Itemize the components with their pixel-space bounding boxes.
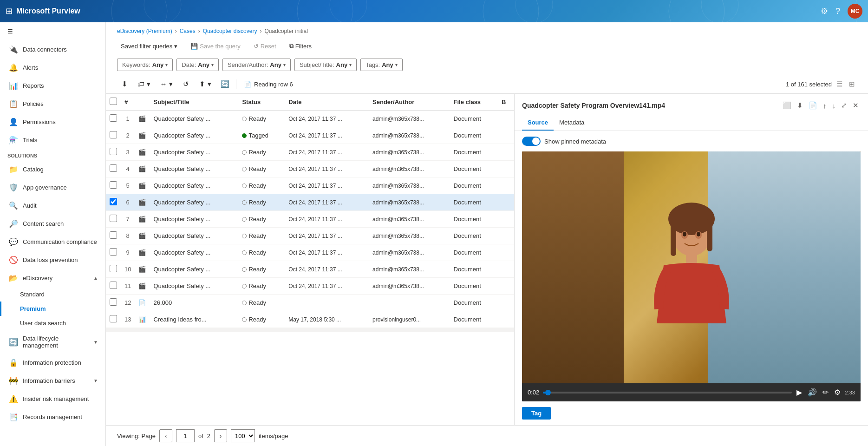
video-annotation-btn[interactable]: ✏ — [822, 387, 829, 398]
sidebar-item-user-data-search[interactable]: User data search — [0, 316, 105, 330]
breadcrumb-cases[interactable]: Cases — [180, 28, 196, 34]
row-title[interactable]: Quadcopter Safety ... — [150, 261, 238, 278]
row-checkbox[interactable] — [110, 315, 117, 322]
sidebar-item-data-loss[interactable]: 🚫 Data loss prevention — [0, 251, 105, 269]
sidebar-item-standard[interactable]: Standard — [0, 287, 105, 302]
preview-expand-btn[interactable]: ⤢ — [839, 99, 849, 112]
row-checkbox[interactable] — [110, 231, 117, 239]
export-action-btn[interactable]: ⬆ ▾ — [195, 77, 215, 92]
tab-source[interactable]: Source — [522, 115, 554, 131]
user-avatar[interactable]: MC — [848, 4, 862, 19]
sidebar-item-records[interactable]: 📑 Records management — [0, 408, 105, 426]
refresh-action-btn[interactable]: 🔄 — [217, 77, 232, 92]
col-fileclass[interactable]: File class — [450, 94, 498, 111]
table-row[interactable]: 11 🎬 Quadcopter Safety ... Ready Oct 24,… — [106, 278, 514, 295]
row-checkbox[interactable] — [110, 265, 117, 272]
col-status[interactable]: Status — [238, 94, 285, 111]
row-checkbox[interactable] — [110, 282, 117, 289]
preview-down-btn[interactable]: ↓ — [830, 99, 838, 112]
sidebar-item-info-protection[interactable]: 🔒 Information protection — [0, 354, 105, 372]
row-checkbox[interactable] — [110, 215, 117, 222]
table-row[interactable]: 2 🎬 Quadcopter Safety ... Tagged Oct 24,… — [106, 127, 514, 144]
row-checkbox[interactable] — [110, 248, 117, 256]
row-checkbox[interactable] — [110, 114, 117, 122]
tags-filter[interactable]: Tags: Any ▾ — [360, 59, 403, 71]
date-filter[interactable]: Date: Any ▾ — [176, 59, 219, 71]
row-checkbox[interactable] — [110, 164, 117, 172]
row-checkbox[interactable] — [110, 198, 117, 205]
table-row[interactable]: 7 🎬 Quadcopter Safety ... Ready Oct 24, … — [106, 211, 514, 228]
table-row[interactable]: 10 🎬 Quadcopter Safety ... Ready Oct 24,… — [106, 261, 514, 278]
video-volume-btn[interactable]: 🔊 — [807, 387, 818, 398]
next-page-btn[interactable]: › — [214, 429, 227, 442]
items-per-page-select[interactable]: 100 50 200 — [231, 429, 255, 442]
sidebar-item-audit[interactable]: 🔍 Audit — [0, 197, 105, 215]
row-title[interactable]: Quadcopter Safety ... — [150, 127, 238, 144]
sidebar-item-permissions[interactable]: 👤 Permissions — [0, 113, 105, 131]
breadcrumb-quadcopter-discovery[interactable]: Quadcopter discovery — [203, 28, 257, 34]
sidebar-item-premium[interactable]: Premium — [0, 302, 105, 316]
table-row[interactable]: 5 🎬 Quadcopter Safety ... Ready Oct 24, … — [106, 177, 514, 194]
row-title[interactable]: Creating Ideas fro... — [150, 311, 238, 328]
sidebar-item-data-connectors[interactable]: 🔌 Data connectors — [0, 40, 105, 59]
sidebar-item-alerts[interactable]: 🔔 Alerts — [0, 59, 105, 77]
sidebar-item-trials[interactable]: ⚗️ Trials — [0, 131, 105, 149]
table-row[interactable]: 9 🎬 Quadcopter Safety ... Ready Oct 24, … — [106, 244, 514, 261]
save-query-button[interactable]: 💾 Save the query — [187, 40, 244, 52]
preview-up-btn[interactable]: ↑ — [821, 99, 829, 112]
row-title[interactable]: Quadcopter Safety ... — [150, 161, 238, 177]
keywords-filter[interactable]: Keywords: Any ▾ — [117, 59, 173, 71]
sidebar-item-ediscovery[interactable]: 📂 eDiscovery ▲ — [0, 269, 105, 287]
arrow-action-btn[interactable]: ↔ ▾ — [156, 77, 176, 92]
table-row[interactable]: 1 🎬 Quadcopter Safety ... Ready Oct 24, … — [106, 111, 514, 127]
grid-view-btn[interactable]: ⊞ — [847, 78, 857, 90]
review-action-btn[interactable]: ↺ — [178, 77, 193, 92]
reset-button[interactable]: ↺ Reset — [250, 40, 280, 52]
tag-document-button[interactable]: Tag — [522, 407, 551, 420]
row-title[interactable]: Quadcopter Safety ... — [150, 228, 238, 244]
preview-close-btn[interactable]: ✕ — [851, 99, 861, 112]
pinned-metadata-switch[interactable] — [522, 137, 541, 146]
table-row[interactable]: 4 🎬 Quadcopter Safety ... Ready Oct 24, … — [106, 161, 514, 177]
row-title[interactable]: Quadcopter Safety ... — [150, 244, 238, 261]
download-icon-btn[interactable]: ⬇ — [117, 77, 132, 92]
saved-filter-queries-button[interactable]: Saved filter queries ▾ — [117, 40, 181, 52]
filters-button[interactable]: ⧉ Filters — [286, 40, 315, 52]
sidebar-item-content-search[interactable]: 🔎 Content search — [0, 215, 105, 233]
sidebar-item-comm-compliance[interactable]: 💬 Communication compliance — [0, 233, 105, 251]
row-title[interactable]: Quadcopter Safety ... — [150, 177, 238, 194]
row-checkbox[interactable] — [110, 148, 117, 155]
table-row[interactable]: 3 🎬 Quadcopter Safety ... Ready Oct 24, … — [106, 144, 514, 161]
row-title[interactable]: Quadcopter Safety ... — [150, 278, 238, 295]
row-title[interactable]: Quadcopter Safety ... — [150, 211, 238, 228]
sidebar-item-reports[interactable]: 📊 Reports — [0, 77, 105, 95]
horizontal-scrollbar[interactable] — [106, 328, 514, 332]
sidebar-item-catalog[interactable]: 📁 Catalog — [0, 160, 105, 178]
open-in-new-btn[interactable]: ⬜ — [781, 99, 793, 112]
row-checkbox[interactable] — [110, 131, 117, 138]
video-play-btn[interactable]: ▶ — [796, 387, 803, 398]
table-row[interactable]: 6 🎬 Quadcopter Safety ... Ready Oct 24, … — [106, 194, 514, 211]
help-icon[interactable]: ? — [835, 7, 840, 16]
sidebar-item-data-lifecycle[interactable]: 🔄 Data lifecycle management ▼ — [0, 330, 105, 354]
current-page-input[interactable] — [176, 429, 195, 442]
row-checkbox[interactable] — [110, 298, 117, 306]
view-toggle-btn[interactable]: ☰ — [835, 78, 844, 90]
sidebar-item-policies[interactable]: 📋 Policies — [0, 95, 105, 113]
subject-filter[interactable]: Subject/Title: Any ▾ — [294, 59, 357, 71]
col-sender[interactable]: Sender/Author — [369, 94, 450, 111]
select-all-checkbox[interactable] — [110, 98, 117, 105]
col-date[interactable]: Date — [285, 94, 369, 111]
row-title[interactable]: Quadcopter Safety ... — [150, 144, 238, 161]
table-row[interactable]: 8 🎬 Quadcopter Safety ... Ready Oct 24, … — [106, 228, 514, 244]
sidebar-item-insider-risk[interactable]: ⚠️ Insider risk management — [0, 390, 105, 408]
row-title[interactable]: Quadcopter Safety ... — [150, 194, 238, 211]
hamburger-menu[interactable]: ☰ — [0, 22, 105, 40]
preview-download-btn[interactable]: ⬇ — [795, 99, 805, 112]
preview-file-btn[interactable]: 📄 — [807, 99, 819, 112]
row-checkbox[interactable] — [110, 181, 117, 189]
row-title[interactable]: Quadcopter Safety ... — [150, 111, 238, 127]
table-row[interactable]: 13 📊 Creating Ideas fro... Ready May 17,… — [106, 311, 514, 328]
col-subject-title[interactable]: Subject/Title — [150, 94, 238, 111]
sender-filter[interactable]: Sender/Author: Any ▾ — [222, 59, 291, 71]
